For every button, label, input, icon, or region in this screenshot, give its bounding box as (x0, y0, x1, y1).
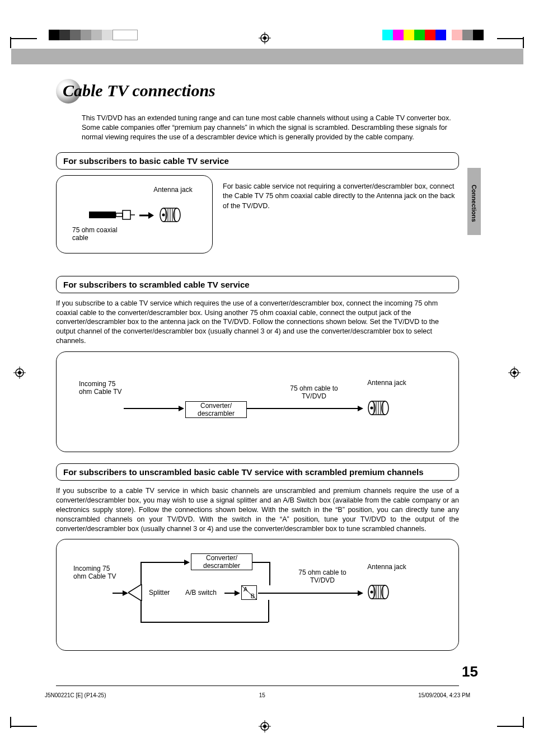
figure-scrambled-connection: Incoming 75 ohm Cable TV Converter/ desc… (56, 351, 459, 452)
ab-a-label: A (243, 586, 247, 593)
registration-mark-icon (259, 720, 271, 732)
ab-switch-label: A/B switch (185, 589, 217, 597)
coax-plug-icon (89, 209, 145, 222)
svg-point-49 (371, 591, 373, 594)
registration-mark-icon (508, 367, 521, 379)
svg-marker-17 (148, 212, 154, 219)
crop-mark (10, 726, 37, 741)
svg-point-27 (162, 213, 165, 216)
incoming-label: Incoming 75 ohm Cable TV (79, 380, 124, 396)
arrow-icon (139, 212, 154, 219)
to-tv-label: 75 ohm cable to TV/DVD (280, 384, 348, 400)
converter-label: Converter/ descrambler (186, 402, 246, 417)
antenna-jack-label: Antenna jack (151, 186, 195, 194)
converter-box: Converter/ descrambler (185, 401, 247, 418)
coax-label: 75 ohm coaxial cable (72, 226, 128, 242)
figure-premium-connection: Incoming 75 ohm Cable TV Splitter Conver… (56, 539, 459, 651)
grayscale-swatches (49, 30, 138, 40)
section-heading-premium: For subscribers to unscrambled basic cab… (56, 463, 459, 481)
page-number: 15 (462, 663, 478, 680)
page-title: Cable TV connections (63, 81, 216, 100)
converter-box: Converter/ descrambler (191, 553, 252, 570)
registration-mark-icon (13, 367, 26, 379)
page-content: Cable TV connections This TV/DVD has an … (56, 81, 459, 662)
svg-marker-38 (128, 584, 142, 601)
svg-rect-12 (89, 212, 116, 218)
antenna-label: Antenna jack (364, 563, 409, 571)
crop-mark (10, 717, 11, 728)
scrambled-body-text: If you subscribe to a cable TV service w… (56, 299, 459, 346)
svg-rect-13 (116, 213, 123, 217)
figure-basic-connection: Antenna jack (56, 175, 213, 253)
header-bar (11, 49, 523, 64)
antenna-jack-icon (159, 207, 181, 223)
to-tv-label: 75 ohm cable to TV/DVD (292, 569, 353, 584)
antenna-jack-icon (367, 400, 390, 416)
footer: J5N00221C [E] (P14-25) 15 15/09/2004, 4:… (45, 692, 470, 698)
antenna-jack-icon (367, 584, 390, 600)
svg-rect-14 (123, 210, 130, 219)
intro-paragraph: This TV/DVD has an extended tuning range… (82, 114, 459, 142)
crop-mark (523, 37, 524, 48)
bottom-printer-marks (0, 719, 534, 741)
basic-body-text: For basic cable service not requiring a … (223, 175, 459, 265)
section-heading-scrambled: For subscribers to scrambled cable TV se… (56, 276, 459, 293)
incoming-label: Incoming 75 ohm Cable TV (73, 565, 118, 580)
footer-doc-id: J5N00221C [E] (P14-25) (45, 692, 106, 698)
footer-timestamp: 15/09/2004, 4:23 PM (418, 692, 470, 698)
crop-mark (497, 726, 524, 741)
registration-mark-icon (259, 32, 271, 44)
footer-rule (56, 685, 459, 686)
footer-page: 15 (259, 692, 265, 698)
ab-switch-box: A B (241, 585, 257, 600)
svg-point-37 (371, 407, 373, 410)
converter-label: Converter/ descrambler (191, 554, 252, 570)
crop-mark (10, 22, 37, 39)
color-swatches (382, 30, 484, 40)
splitter-label: Splitter (149, 589, 170, 597)
crop-mark (497, 22, 524, 39)
section-heading-basic: For subscribers to basic cable TV servic… (56, 152, 459, 170)
ab-b-label: B (251, 593, 255, 599)
antenna-label: Antenna jack (364, 379, 409, 387)
section-tab-label: Connections (471, 185, 477, 222)
top-printer-marks (0, 17, 534, 42)
splitter-icon (128, 584, 144, 601)
crop-mark (523, 717, 524, 728)
crop-mark (10, 37, 11, 48)
premium-body-text: If you subscribe to a cable TV service i… (56, 486, 459, 533)
